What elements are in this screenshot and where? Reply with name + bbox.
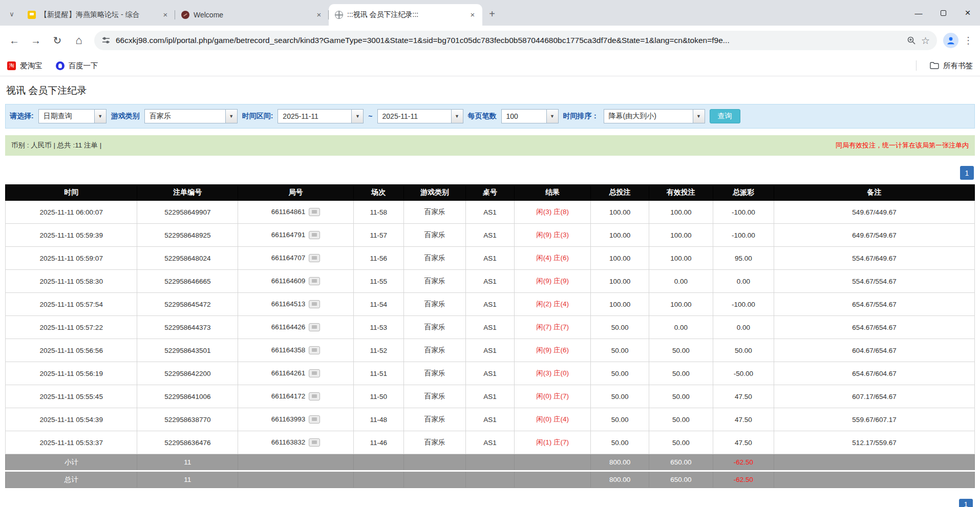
date-to-select[interactable]: 2025-11-11 ▼ (377, 109, 463, 123)
footer-empty-cell (514, 454, 591, 471)
cell-valid-bet: 100.00 (649, 247, 713, 270)
bookmarks-bar: 淘 爱淘宝 百度一下 所有书签 (0, 55, 980, 76)
round-number: 661164358 (271, 346, 306, 354)
cell-total-bet[interactable]: 100.00 (591, 293, 649, 316)
cell-note: 549.67/449.67 (774, 201, 975, 224)
cell-bet-id: 522958646665 (137, 270, 238, 293)
pagination-top: 1 (5, 166, 974, 180)
replay-icon[interactable] (309, 300, 320, 308)
browser-menu-icon[interactable]: ⋮ (962, 31, 975, 50)
cell-table-id: AS1 (466, 339, 515, 362)
cell-total-bet[interactable]: 100.00 (591, 270, 649, 293)
cell-total-bet[interactable]: 50.00 (591, 431, 649, 454)
replay-icon[interactable] (309, 392, 320, 400)
reload-button[interactable]: ↻ (48, 31, 67, 50)
bookmark-baidu[interactable]: 百度一下 (56, 61, 98, 71)
replay-icon[interactable] (309, 323, 320, 331)
round-number: 661164172 (271, 392, 306, 400)
folder-icon (930, 61, 939, 70)
cell-total-bet[interactable]: 50.00 (591, 316, 649, 339)
address-bar[interactable]: 66cxkj98.com/ipl/portal.php/game/betreco… (94, 31, 937, 50)
cell-session: 11-50 (353, 385, 403, 408)
tab-close-icon[interactable]: × (161, 10, 170, 19)
forward-button[interactable]: → (27, 31, 45, 50)
cell-table-id: AS1 (466, 293, 515, 316)
all-bookmarks-button[interactable]: 所有书签 (930, 61, 973, 71)
sort-select[interactable]: 降幕(由大到小) ▼ (604, 109, 705, 123)
table-row: 2025-11-11 05:58:30522958646665661164609… (6, 270, 975, 293)
replay-icon[interactable] (309, 346, 320, 354)
new-tab-button[interactable]: + (484, 6, 500, 22)
replay-icon[interactable] (309, 208, 320, 216)
column-header: 场次 (353, 185, 403, 201)
total-row: 总计11800.00650.00-62.50 (6, 471, 975, 488)
table-row: 2025-11-11 05:56:19522958642200661164261… (6, 362, 975, 385)
cell-total-bet[interactable]: 100.00 (591, 201, 649, 224)
page-number-button-bottom[interactable]: 1 (959, 499, 973, 507)
tab-welcome[interactable]: Welcome × (175, 4, 329, 26)
replay-icon[interactable] (309, 369, 320, 377)
result-player: 闲(0) (536, 415, 551, 423)
query-mode-select[interactable]: 日期查询 ▼ (38, 109, 106, 123)
page-number-button[interactable]: 1 (960, 166, 974, 180)
cell-payout: 95.00 (713, 247, 774, 270)
tab-close-icon[interactable]: × (468, 10, 477, 19)
tab-close-icon[interactable]: × (314, 10, 324, 19)
close-button[interactable]: × (955, 0, 980, 26)
cell-bet-id: 522958648024 (137, 247, 238, 270)
result-player: 闲(3) (536, 369, 551, 377)
tab-forum[interactable]: 【新提醒】海燕策略论坛 - 综合 × (22, 4, 175, 26)
footer-empty-cell (353, 471, 403, 488)
chevron-down-icon[interactable]: ▼ (546, 110, 558, 123)
home-button[interactable]: ⌂ (70, 31, 88, 50)
url-text[interactable]: 66cxkj98.com/ipl/portal.php/game/betreco… (116, 36, 902, 45)
minimize-button[interactable]: — (906, 0, 931, 26)
replay-icon[interactable] (309, 415, 320, 424)
replay-icon[interactable] (309, 438, 320, 447)
column-header: 结果 (514, 185, 591, 201)
chevron-down-icon[interactable]: ▼ (693, 110, 705, 123)
replay-icon[interactable] (309, 254, 320, 262)
tab-bet-record[interactable]: :::视讯 会员下注纪录::: × (329, 4, 482, 26)
game-type-select[interactable]: 百家乐 ▼ (144, 109, 238, 123)
tab-search-icon[interactable]: ∨ (4, 6, 19, 22)
cell-time: 2025-11-11 05:59:07 (6, 247, 137, 270)
search-button[interactable]: 查询 (710, 109, 740, 123)
chevron-down-icon[interactable]: ▼ (225, 110, 237, 123)
chevron-down-icon[interactable]: ▼ (451, 110, 463, 123)
cell-game-type: 百家乐 (403, 385, 465, 408)
cell-valid-bet: 50.00 (649, 408, 713, 431)
per-page-select[interactable]: 100 ▼ (501, 109, 559, 123)
cell-game-type: 百家乐 (403, 431, 465, 454)
profile-avatar[interactable] (943, 33, 958, 48)
round-number: 661164791 (271, 231, 306, 239)
chevron-down-icon[interactable]: ▼ (94, 110, 106, 123)
cell-bet-id: 522958648925 (137, 224, 238, 247)
replay-icon[interactable] (309, 277, 320, 285)
cell-note: 649.67/549.67 (774, 224, 975, 247)
bookmark-label: 百度一下 (69, 61, 98, 71)
cell-session: 11-46 (353, 431, 403, 454)
zoom-icon[interactable] (907, 36, 916, 45)
round-number: 661164513 (271, 300, 306, 308)
cell-total-bet[interactable]: 100.00 (591, 247, 649, 270)
maximize-button[interactable] (931, 0, 955, 26)
bookmark-star-icon[interactable]: ☆ (921, 35, 930, 47)
site-info-icon[interactable] (101, 36, 111, 45)
baidu-icon (56, 61, 65, 70)
date-from-select[interactable]: 2025-11-11 ▼ (278, 109, 364, 123)
footer-count: 11 (137, 471, 238, 488)
chevron-down-icon[interactable]: ▼ (351, 110, 363, 123)
per-page-label: 每页笔数 (468, 112, 497, 121)
cell-total-bet[interactable]: 50.00 (591, 385, 649, 408)
cell-note: 554.67/554.67 (774, 270, 975, 293)
footer-valid-bet: 650.00 (649, 454, 713, 471)
back-button[interactable]: ← (5, 31, 24, 50)
cell-total-bet[interactable]: 100.00 (591, 224, 649, 247)
cell-total-bet[interactable]: 50.00 (591, 362, 649, 385)
bookmark-taobao[interactable]: 淘 爱淘宝 (7, 61, 42, 71)
cell-total-bet[interactable]: 50.00 (591, 408, 649, 431)
replay-icon[interactable] (309, 231, 320, 239)
cell-total-bet[interactable]: 50.00 (591, 339, 649, 362)
cell-round-id: 661164791 (238, 224, 353, 247)
